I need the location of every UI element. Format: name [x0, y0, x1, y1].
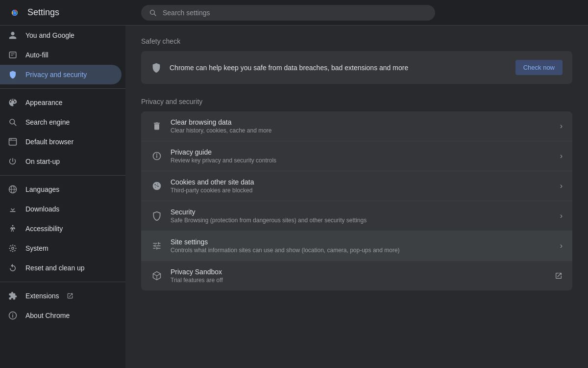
search-bar[interactable]	[141, 5, 435, 21]
privacy-settings-list: Clear browsing data Clear history, cooki…	[141, 111, 572, 290]
accessibility-icon	[8, 224, 18, 234]
search-icon	[149, 9, 157, 17]
sandbox-icon	[151, 270, 163, 282]
sidebar-divider-3	[0, 282, 125, 282]
sidebar-item-system[interactable]: System	[0, 238, 122, 258]
browser-icon	[8, 137, 18, 147]
sidebar-item-label: Appearance	[25, 99, 63, 106]
settings-row-privacy-sandbox[interactable]: Privacy Sandbox Trial features are off	[141, 261, 572, 290]
chevron-right-icon: ›	[560, 211, 563, 220]
settings-row-clear-browsing-data[interactable]: Clear browsing data Clear history, cooki…	[141, 111, 572, 141]
safety-check-description: Chrome can help keep you safe from data …	[170, 64, 508, 72]
power-icon	[8, 157, 18, 166]
sidebar-item-about-chrome[interactable]: About Chrome	[0, 306, 122, 325]
row-subtitle: Trial features are off	[171, 277, 547, 284]
svg-line-6	[154, 14, 156, 16]
row-subtitle: Controls what information sites can use …	[171, 247, 552, 254]
svg-point-15	[11, 139, 12, 140]
sliders-icon	[151, 240, 163, 252]
row-subtitle: Review key privacy and security controls	[171, 157, 552, 164]
download-icon	[8, 204, 18, 214]
puzzle-icon	[8, 291, 18, 301]
badge-icon	[8, 50, 18, 60]
chevron-right-icon: ›	[560, 241, 563, 250]
sidebar-item-accessibility[interactable]: Accessibility	[0, 219, 122, 238]
chrome-logo-icon	[8, 6, 22, 20]
check-now-button[interactable]: Check now	[515, 60, 563, 75]
sidebar-item-privacy-and-security[interactable]: Privacy and security	[0, 65, 122, 84]
row-text-security: Security Safe Browsing (protection from …	[171, 208, 552, 224]
sidebar-item-label: Search engine	[25, 118, 70, 126]
svg-point-34	[157, 184, 158, 184]
chevron-right-icon: ›	[560, 152, 563, 160]
sidebar-item-reset-and-clean-up[interactable]: Reset and clean up	[0, 258, 122, 278]
safety-shield-icon	[151, 62, 162, 73]
row-title: Clear browsing data	[171, 118, 552, 126]
privacy-section-title: Privacy and security	[141, 98, 572, 105]
svg-point-36	[155, 187, 156, 188]
chevron-right-icon: ›	[560, 122, 563, 131]
settings-row-security[interactable]: Security Safe Browsing (protection from …	[141, 201, 572, 231]
svg-line-11	[14, 124, 16, 126]
svg-point-37	[156, 185, 157, 186]
row-title: Privacy Sandbox	[171, 268, 547, 276]
svg-rect-24	[12, 251, 13, 252]
svg-point-20	[12, 247, 14, 250]
sidebar-divider-1	[0, 88, 125, 89]
safety-check-title: Safety check	[141, 37, 572, 45]
app-title: Settings	[27, 7, 59, 18]
sidebar-item-auto-fill[interactable]: Auto-fill	[0, 45, 122, 65]
cookie-icon	[151, 180, 163, 192]
sidebar-item-label: Languages	[25, 185, 59, 193]
search-engine-icon	[8, 117, 18, 127]
external-link-small-icon	[67, 292, 74, 299]
settings-row-cookies[interactable]: Cookies and other site data Third-party …	[141, 171, 572, 201]
about-chrome-icon	[8, 311, 18, 320]
sidebar-item-label: Downloads	[25, 205, 59, 213]
sidebar-item-label: Reset and clean up	[25, 264, 85, 272]
external-link-icon	[555, 272, 563, 280]
svg-point-33	[154, 184, 156, 185]
svg-rect-7	[9, 52, 16, 58]
main-content: Safety check Chrome can help keep you sa…	[125, 26, 588, 368]
svg-point-35	[157, 186, 159, 187]
settings-row-site-settings[interactable]: Site settings Controls what information …	[141, 231, 572, 261]
row-title: Security	[171, 208, 552, 216]
svg-rect-21	[9, 248, 10, 249]
row-title: Privacy guide	[171, 148, 552, 156]
svg-point-19	[12, 225, 14, 227]
sidebar-item-default-browser[interactable]: Default browser	[0, 132, 122, 152]
row-text-privacy-guide: Privacy guide Review key privacy and sec…	[171, 148, 552, 164]
row-subtitle: Safe Browsing (protection from dangerous…	[171, 217, 552, 224]
chevron-right-icon: ›	[560, 182, 563, 190]
sidebar-divider-2	[0, 175, 125, 176]
sidebar-item-languages[interactable]: Languages	[0, 180, 122, 199]
shield-security-icon	[151, 210, 163, 222]
sidebar-item-label: Accessibility	[25, 225, 63, 233]
row-text-privacy-sandbox: Privacy Sandbox Trial features are off	[171, 268, 547, 284]
sidebar-item-label: Privacy and security	[25, 71, 87, 79]
sidebar-item-label: Auto-fill	[25, 51, 49, 59]
sidebar-item-extensions[interactable]: Extensions	[0, 286, 122, 306]
system-icon	[8, 243, 18, 253]
sidebar-item-appearance[interactable]: Appearance	[0, 93, 122, 112]
row-text-clear-browsing-data: Clear browsing data Clear history, cooki…	[171, 118, 552, 134]
row-text-cookies: Cookies and other site data Third-party …	[171, 178, 552, 194]
sidebar-item-label: You and Google	[25, 31, 74, 39]
sidebar-item-on-startup[interactable]: On start-up	[0, 152, 122, 171]
sidebar-header: Settings	[8, 6, 133, 20]
sidebar-item-search-engine[interactable]: Search engine	[0, 112, 122, 132]
sidebar-item-downloads[interactable]: Downloads	[0, 199, 122, 219]
settings-row-privacy-guide[interactable]: Privacy guide Review key privacy and sec…	[141, 141, 572, 171]
row-text-site-settings: Site settings Controls what information …	[171, 238, 552, 254]
sidebar-item-label: Default browser	[25, 138, 74, 146]
search-input[interactable]	[163, 9, 427, 17]
sidebar-item-label: On start-up	[25, 158, 60, 165]
shield-icon	[8, 70, 18, 79]
sidebar-item-you-and-google[interactable]: You and Google	[0, 26, 122, 45]
trash-icon	[151, 120, 163, 132]
svg-point-4	[13, 11, 17, 14]
row-subtitle: Third-party cookies are blocked	[171, 187, 552, 194]
svg-rect-23	[12, 245, 13, 246]
svg-point-27	[12, 314, 13, 315]
